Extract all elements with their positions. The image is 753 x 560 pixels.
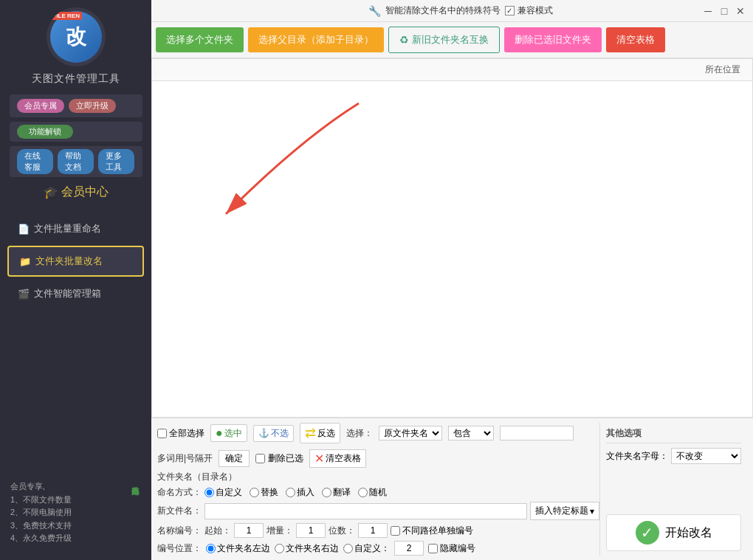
independent-serial-checkbox[interactable]: [391, 526, 400, 536]
confirm-button[interactable]: 确定: [219, 450, 250, 467]
main-area: 🔧 智能清除文件名中的特殊符号 ✓ 兼容模式 ─ □ ✕ 选择多个文件夹 选择父…: [151, 0, 753, 560]
serial-label: 名称编号：: [157, 525, 202, 537]
compat-checkbox[interactable]: ✓: [505, 6, 515, 15]
sidebar: 改 FILE REN 天图文件管理工具 会员专属 立即升级 功能解锁 在线客服 …: [0, 0, 151, 560]
increment-label: 增量：: [267, 525, 293, 537]
independent-serial-label: 不同路径单独编号: [402, 525, 473, 537]
sidebar-item-file-rename[interactable]: 📄 文件批量重命名: [7, 215, 144, 243]
serial-increment-input[interactable]: [296, 523, 326, 538]
independent-serial-checkbox-label[interactable]: 不同路径单独编号: [391, 525, 473, 537]
file-table: 所在位置: [151, 58, 753, 418]
anchor-icon: ⚓: [258, 428, 269, 438]
radio-replace-label: 替换: [261, 486, 278, 499]
radio-insert-input[interactable]: [286, 488, 295, 497]
selection-row: 全部选择 ● 选中 ⚓ 不选 ⇄ 反选: [157, 423, 599, 468]
deselect-label: 不选: [271, 427, 289, 440]
radio-custom-input[interactable]: [204, 488, 214, 497]
select-all-checkbox[interactable]: 全部选择: [157, 427, 204, 440]
folder-name-select[interactable]: 原文件夹名 新文件夹名: [379, 426, 442, 440]
sidebar-item-label-folder-rename: 文件夹批量改名: [35, 255, 103, 268]
member-benefits: 会员专享, 1、不限文件数量 2、不限电脑使用 3、免费技术支持 4、永久免费升…: [10, 480, 124, 545]
invert-button[interactable]: ⇄ 反选: [300, 423, 340, 443]
radio-replace[interactable]: 替换: [250, 486, 278, 499]
app-title: 天图文件管理工具: [32, 72, 120, 86]
custom-pos-input[interactable]: [394, 541, 424, 556]
green-pill[interactable]: 功能解锁: [17, 125, 73, 139]
wand-icon: 🔧: [368, 5, 381, 17]
titlebar-title: 智能清除文件名中的特殊符号: [385, 4, 501, 17]
titlebar-controls: ─ □ ✕: [703, 6, 746, 16]
user-pill-1[interactable]: 会员专属: [17, 99, 64, 113]
select-all-input[interactable]: [157, 429, 167, 438]
serial-start-input[interactable]: [234, 523, 264, 538]
radio-replace-input[interactable]: [250, 488, 259, 497]
radio-pos-right-input[interactable]: [275, 544, 284, 553]
select-parent-folder-button[interactable]: 选择父目录（添加子目录）: [248, 27, 384, 52]
refresh-icon: ♻: [399, 34, 409, 46]
sidebar-item-folder-rename[interactable]: 📁 文件夹批量改名: [7, 246, 144, 277]
minimize-button[interactable]: ─: [703, 6, 713, 16]
user-pill-2[interactable]: 立即升级: [69, 99, 116, 113]
dropdown-arrow: ▾: [590, 506, 594, 516]
naming-method-label: 命名方式：: [157, 486, 202, 499]
serial-pos-row: 编号位置： 文件夹名左边 文件夹名右边 自定义：: [157, 541, 599, 556]
clear-table-toolbar-button[interactable]: 清空表格: [606, 27, 665, 52]
select-button[interactable]: ● 选中: [210, 424, 247, 442]
multiword-hint: 多词用|号隔开: [157, 452, 213, 465]
delete-selected-checkbox[interactable]: [255, 454, 265, 463]
clear-table-bottom-button[interactable]: ✕ 清空表格: [309, 449, 366, 468]
radio-custom[interactable]: 自定义: [204, 486, 242, 499]
vip-center[interactable]: 🎓 会员中心: [44, 184, 109, 200]
radio-pos-left-label: 文件夹名左边: [217, 542, 270, 555]
folder-name-section-label: 文件夹名（目录名）: [157, 471, 599, 483]
delete-visited-button[interactable]: 删除已选旧文件夹: [504, 27, 602, 52]
benefit-3: 3、免费技术支持: [10, 519, 124, 533]
start-rename-button[interactable]: ✓ 开始改名: [606, 514, 741, 551]
serial-digits-input[interactable]: [358, 523, 388, 538]
titlebar: 🔧 智能清除文件名中的特殊符号 ✓ 兼容模式 ─ □ ✕: [151, 0, 753, 22]
radio-pos-custom[interactable]: 自定义：: [343, 542, 390, 555]
radio-insert-label: 插入: [297, 486, 314, 499]
delete-selected-label: 删除已选: [268, 452, 303, 465]
select-label: 选中: [224, 427, 242, 440]
blue-pill-1[interactable]: 在线客服: [17, 149, 53, 174]
green-area: 功能解锁: [10, 122, 142, 142]
maximize-button[interactable]: □: [719, 6, 729, 16]
hide-serial-checkbox-label[interactable]: 隐藏编号: [428, 542, 475, 555]
radio-pos-right[interactable]: 文件夹名右边: [275, 542, 339, 555]
blue-pill-2[interactable]: 帮助文档: [58, 149, 94, 174]
insert-special-button[interactable]: 插入特定标题 ▾: [530, 502, 599, 520]
select-all-label: 全部选择: [169, 427, 204, 440]
select-multi-folder-button[interactable]: 选择多个文件夹: [156, 27, 244, 52]
new-filename-input[interactable]: [204, 503, 527, 519]
select-dot: ●: [216, 426, 223, 440]
radio-random-input[interactable]: [358, 488, 368, 497]
select-colon-label: 选择：: [346, 427, 373, 440]
hide-serial-checkbox[interactable]: [428, 544, 438, 553]
benefit-1: 1、不限文件数量: [10, 494, 124, 507]
blue-pill-3[interactable]: 更多工具: [98, 149, 134, 174]
radio-insert[interactable]: 插入: [286, 486, 314, 499]
radio-translate[interactable]: 翻译: [322, 486, 351, 499]
filter-input[interactable]: [500, 426, 574, 440]
radio-pos-left-input[interactable]: [206, 544, 216, 553]
start-label: 开始改名: [665, 525, 712, 541]
new-filename-row: 新文件名： 插入特定标题 ▾: [157, 502, 599, 520]
swap-folder-name-button[interactable]: ♻ 新旧文件夹名互换: [388, 27, 500, 53]
start-icon: ✓: [636, 521, 659, 545]
deselect-button[interactable]: ⚓ 不选: [253, 425, 294, 442]
close-button[interactable]: ✕: [735, 6, 746, 16]
charset-select[interactable]: 不改变 全部大写 全部小写 首字母大写: [671, 448, 741, 464]
file-rename-icon: 📄: [18, 224, 30, 235]
benefit-title: 会员专享,: [10, 480, 124, 494]
radio-pos-left[interactable]: 文件夹名左边: [206, 542, 270, 555]
sidebar-item-label-file-rename: 文件批量重命名: [34, 222, 101, 235]
radio-translate-input[interactable]: [322, 488, 331, 497]
arrow-indicator: [152, 81, 388, 243]
sidebar-item-file-manager[interactable]: 🎬 文件智能管理箱: [7, 280, 144, 308]
condition-select[interactable]: 包含 不包含 等于: [448, 426, 494, 440]
serial-pos-label: 编号位置：: [157, 542, 202, 555]
radio-pos-custom-input[interactable]: [343, 544, 353, 553]
radio-random[interactable]: 随机: [358, 486, 387, 499]
vip-icon: 🎓: [44, 185, 58, 199]
